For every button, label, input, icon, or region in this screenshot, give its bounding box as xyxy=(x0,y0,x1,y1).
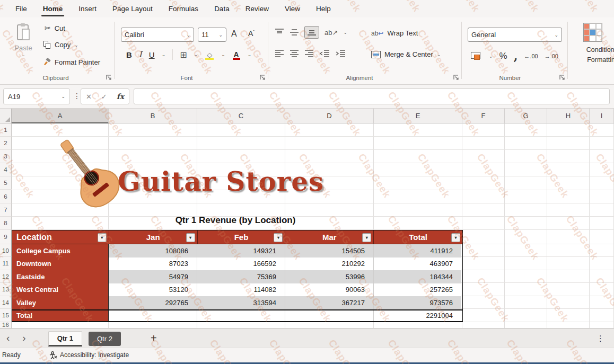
table-header-mar[interactable]: Mar▾ xyxy=(285,230,374,244)
value-cell[interactable]: 210292 xyxy=(285,258,374,271)
enter-icon[interactable]: ✓ xyxy=(101,93,107,101)
row-header-15[interactable]: 15 xyxy=(0,309,12,322)
row-header-9[interactable]: 9 xyxy=(0,230,12,244)
row-header-8[interactable]: 8 xyxy=(0,217,12,230)
menu-tab-help[interactable]: Help xyxy=(308,0,339,17)
borders-chevron-icon[interactable]: ⌄ xyxy=(194,52,198,57)
value-cell[interactable]: 75369 xyxy=(197,270,285,283)
value-cell[interactable]: 2291004 xyxy=(374,310,461,322)
value-cell[interactable]: 108086 xyxy=(109,244,197,258)
decrease-font-size-button[interactable]: Aˇ xyxy=(248,29,255,38)
increase-indent-button[interactable] xyxy=(335,49,346,58)
center-button[interactable] xyxy=(290,49,299,58)
column-header-E[interactable]: E xyxy=(374,109,462,123)
row-header-4[interactable]: 4 xyxy=(0,163,12,176)
value-cell[interactable]: 292765 xyxy=(109,296,197,309)
menu-tab-review[interactable]: Review xyxy=(238,0,277,17)
borders-button[interactable]: ⊞ xyxy=(180,50,187,60)
value-cell[interactable]: 257265 xyxy=(374,283,461,297)
location-cell[interactable]: Valley xyxy=(12,296,109,309)
font-size-combobox[interactable]: 11 ⌄ xyxy=(198,28,226,42)
middle-align-button[interactable] xyxy=(290,28,299,37)
value-cell[interactable]: 973576 xyxy=(374,296,461,309)
copy-button[interactable]: Copy ⌄ xyxy=(43,41,78,49)
paste-button[interactable]: Paste ⌄ xyxy=(10,22,37,75)
filter-button-mar[interactable]: ▾ xyxy=(362,233,371,242)
row-header-13[interactable]: 13 xyxy=(0,283,12,296)
formula-bar-options-icon[interactable]: ⋮ xyxy=(73,92,81,100)
column-header-B[interactable]: B xyxy=(109,109,197,123)
font-name-combobox[interactable]: Calibri ⌄ xyxy=(121,28,194,42)
sheet-tab-qtr-2[interactable]: Qtr 2 xyxy=(89,332,121,346)
underline-chevron-icon[interactable]: ⌄ xyxy=(162,52,166,57)
row-header-5[interactable]: 5 xyxy=(0,176,12,190)
orientation-chevron-icon[interactable]: ⌄ xyxy=(343,30,347,35)
value-cell[interactable]: 313594 xyxy=(197,296,285,309)
insert-function-icon[interactable]: fx xyxy=(117,92,124,101)
accounting-chevron-icon[interactable]: ⌄ xyxy=(489,54,493,59)
column-header-H[interactable]: H xyxy=(547,109,590,123)
value-cell[interactable]: 53120 xyxy=(109,283,197,297)
underline-button[interactable]: U xyxy=(149,50,155,59)
location-cell[interactable]: Eastside xyxy=(12,270,109,283)
location-cell[interactable]: West Central xyxy=(12,283,109,297)
menu-tab-home[interactable]: Home xyxy=(35,0,71,17)
align-right-button[interactable] xyxy=(304,49,314,58)
row-header-6[interactable]: 6 xyxy=(0,190,12,203)
column-header-A[interactable]: A xyxy=(12,109,109,123)
menu-tab-view[interactable]: View xyxy=(277,0,308,17)
percent-style-button[interactable]: % xyxy=(499,51,507,61)
fill-color-button[interactable]: ◇ xyxy=(205,49,214,60)
column-header-D[interactable]: D xyxy=(285,109,374,123)
value-cell[interactable]: 184344 xyxy=(374,270,461,283)
column-header-G[interactable]: G xyxy=(505,109,547,123)
italic-button[interactable]: I xyxy=(139,50,142,59)
alignment-dialog-launcher[interactable] xyxy=(453,75,460,81)
column-header-I[interactable]: I xyxy=(590,109,614,123)
sheet-title-cell[interactable]: Qtr 1 Revenue (by Location) xyxy=(97,215,374,229)
tabbar-more-icon[interactable]: ⋮ xyxy=(597,334,604,343)
value-cell[interactable]: 114082 xyxy=(197,283,285,297)
menu-tab-page-layout[interactable]: Page Layout xyxy=(104,0,161,17)
font-color-chevron-icon[interactable]: ⌄ xyxy=(248,52,252,57)
increase-font-size-button[interactable]: Aˆ xyxy=(231,29,238,39)
accessibility-status[interactable]: Accessibility: Investigate xyxy=(49,351,129,359)
formula-input[interactable] xyxy=(134,88,610,104)
menu-tab-data[interactable]: Data xyxy=(206,0,238,17)
sheet-tab-qtr-1[interactable]: Qtr 1 xyxy=(48,331,82,347)
value-cell[interactable]: 54979 xyxy=(109,270,197,283)
column-header-C[interactable]: C xyxy=(197,109,285,123)
name-box[interactable]: A19 ⌄ xyxy=(3,88,70,104)
format-painter-button[interactable]: Format Painter xyxy=(42,58,100,66)
value-cell[interactable]: 367217 xyxy=(285,296,374,309)
bottom-align-button[interactable] xyxy=(304,26,319,39)
row-header-12[interactable]: 12 xyxy=(0,270,12,283)
value-cell[interactable]: 53996 xyxy=(285,270,374,283)
location-cell[interactable]: Total xyxy=(12,310,109,322)
row-header-2[interactable]: 2 xyxy=(0,137,12,150)
cancel-icon[interactable]: ✕ xyxy=(86,93,92,101)
table-header-total[interactable]: Total▾ xyxy=(374,230,462,244)
value-cell[interactable]: 149321 xyxy=(197,244,285,258)
menu-tab-file[interactable]: File xyxy=(7,0,35,17)
sheet-nav-right-icon[interactable]: › xyxy=(16,332,32,344)
fill-color-chevron-icon[interactable]: ⌄ xyxy=(221,52,225,57)
new-sheet-button[interactable]: + xyxy=(151,332,157,344)
value-cell[interactable]: 411912 xyxy=(374,244,461,258)
location-cell[interactable]: Downtown xyxy=(12,258,109,271)
cut-button[interactable]: ✂ Cut xyxy=(45,24,65,32)
menu-tab-insert[interactable]: Insert xyxy=(71,0,104,17)
top-align-button[interactable] xyxy=(275,28,284,37)
clipboard-dialog-launcher[interactable] xyxy=(106,75,112,81)
orientation-button[interactable]: ab↗ xyxy=(324,29,338,37)
select-all-corner[interactable] xyxy=(0,109,12,123)
value-cell[interactable]: 166592 xyxy=(197,258,285,271)
row-header-3[interactable]: 3 xyxy=(0,150,12,163)
number-format-combobox[interactable]: General ⌄ xyxy=(468,28,562,42)
value-cell[interactable]: 87023 xyxy=(109,258,197,271)
row-header-1[interactable]: 1 xyxy=(0,123,12,137)
filter-button-total[interactable]: ▾ xyxy=(451,233,460,242)
logo-text[interactable]: Guitar Stores xyxy=(118,166,367,197)
decrease-decimal-button[interactable]: →.00 xyxy=(545,53,558,59)
align-left-button[interactable] xyxy=(275,49,284,58)
